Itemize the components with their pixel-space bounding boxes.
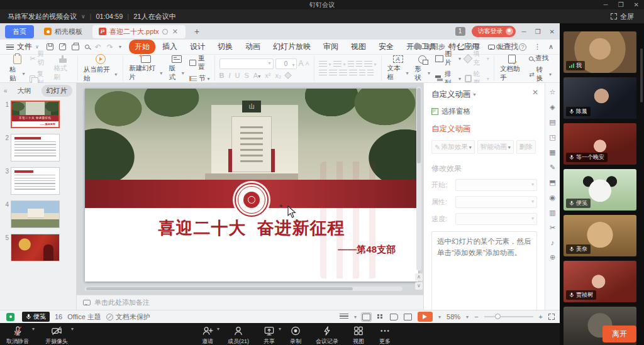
slide-title[interactable]: 喜迎二十大 奋进新征程 — [85, 217, 418, 239]
slide-thumbnail-3[interactable]: 3 — [1, 167, 74, 195]
wps-close-icon[interactable]: ✕ — [550, 28, 555, 35]
more-button[interactable]: 更多 — [379, 325, 391, 345]
font-size-select[interactable]: 0 — [275, 58, 297, 69]
chevron-down-icon[interactable]: ▾ — [71, 326, 74, 332]
camera-on-button[interactable]: ▾ 开摄像头 — [45, 325, 68, 345]
find-button-2[interactable]: 查找 — [529, 54, 552, 63]
protection-status[interactable]: 文档未保护 — [106, 312, 150, 322]
chevron-down-icon[interactable]: ▾ — [438, 314, 441, 320]
chevron-down-icon[interactable]: ▾ — [474, 92, 476, 97]
sidebar-scrollbar[interactable] — [640, 48, 643, 102]
zoom-level[interactable]: 58% — [447, 313, 460, 320]
pin-icon[interactable] — [162, 29, 168, 35]
font-color-button[interactable]: A▾ — [253, 72, 260, 79]
edit-pane-icon[interactable]: ✎ — [550, 163, 555, 172]
italic-button[interactable]: I — [228, 72, 230, 79]
slide-canvas[interactable]: 山 喜迎二十大 奋进新征程 ——第48支部 ✦ — [85, 89, 418, 282]
notes-toggle-icon[interactable] — [340, 314, 348, 320]
chevron-down-icon[interactable]: ▾ — [32, 326, 35, 332]
fill-button[interactable]: 填充▾ — [465, 50, 489, 67]
wps-minimize-icon[interactable]: ─ — [522, 28, 526, 35]
next-slide-button[interactable]: ∨ — [415, 282, 423, 290]
highlight-button[interactable] — [284, 72, 291, 79]
tab-docer[interactable]: 稻壳模板 — [38, 25, 89, 38]
video-tile[interactable]: 陈晨 — [564, 77, 636, 119]
chevron-down-icon[interactable]: ∨ — [81, 13, 86, 19]
previous-slide-button[interactable]: ∧ — [415, 273, 423, 281]
menu-animation[interactable]: 动画 — [240, 40, 266, 54]
slideshow-button[interactable] — [418, 312, 433, 322]
menu-slideshow[interactable]: 幻灯片放映 — [267, 40, 316, 54]
add-effect-button[interactable]: ✎ 添加效果 ▾ — [431, 140, 475, 154]
video-tile[interactable]: 贾祯树 — [564, 261, 636, 302]
menu-insert[interactable]: 插入 — [157, 40, 183, 54]
zoom-slider-knob[interactable] — [495, 314, 501, 319]
close-tab-icon[interactable]: ✕ — [171, 28, 179, 36]
numbered-list-icon[interactable] — [333, 61, 341, 67]
properties-icon[interactable]: ◈ — [550, 103, 555, 111]
selection-pane-button[interactable]: 选择窗格 — [431, 107, 537, 116]
tab-outline[interactable]: 大纲 — [13, 85, 36, 97]
tab-slides[interactable]: 幻灯片 — [42, 85, 72, 97]
zoom-in-icon[interactable]: + — [539, 313, 543, 320]
view-layout-button[interactable]: 视图 — [352, 325, 365, 345]
slide-thumbnail-1[interactable]: 1 喜迎二十大 奋进新征程 ——第48支部 — [1, 101, 74, 128]
superscript-button[interactable]: x² — [265, 72, 270, 79]
clip-pane-icon[interactable]: ✂ — [550, 224, 555, 232]
fit-screen-icon[interactable] — [548, 314, 555, 320]
textbox-button[interactable]: A 文本框▾ — [386, 55, 410, 82]
more-menu-icon[interactable]: ⋮ — [534, 43, 541, 51]
align-left-icon[interactable] — [319, 70, 327, 76]
chevron-down-icon[interactable]: ▾ — [279, 326, 281, 332]
slide-sorter-icon[interactable] — [376, 313, 384, 320]
maximize-icon[interactable]: ❐ — [618, 0, 624, 9]
notes-bar[interactable]: 单击此处添加备注 — [77, 295, 423, 310]
fullscreen-button[interactable]: 全屏 — [611, 12, 634, 21]
normal-view-icon[interactable] — [362, 314, 370, 320]
menu-view[interactable]: 视图 — [345, 40, 372, 54]
increase-indent-icon[interactable] — [356, 61, 362, 67]
font-family-select[interactable] — [219, 58, 274, 69]
new-slide-button[interactable]: 新建幻灯片▾ — [128, 55, 164, 82]
audio-pane-icon[interactable]: ♪ — [551, 239, 555, 246]
start-select[interactable] — [455, 179, 537, 191]
increase-font-icon[interactable]: A — [299, 59, 304, 68]
menu-security[interactable]: 安全 — [373, 40, 399, 54]
strikethrough-button[interactable]: S — [245, 72, 249, 79]
decrease-font-icon[interactable]: A — [306, 60, 309, 67]
reading-view-icon[interactable] — [390, 314, 398, 320]
bold-button[interactable]: B — [219, 72, 225, 79]
shape-pane-icon[interactable]: ⬒ — [549, 178, 555, 187]
wps-restore-icon[interactable]: ❐ — [535, 28, 541, 35]
line-spacing-icon[interactable] — [364, 61, 372, 67]
text-direction-icon[interactable] — [367, 70, 374, 76]
more-pane-icon[interactable]: ⊕ — [550, 253, 555, 261]
horizontal-scrollbar[interactable] — [85, 287, 402, 291]
chart-pane-icon[interactable]: ▥ — [549, 209, 555, 217]
format-painter-button[interactable]: 格式刷 — [52, 55, 72, 82]
pin-panel-icon[interactable]: ☆ — [550, 88, 556, 96]
slide-thumbnail-2[interactable]: 2 — [1, 134, 74, 162]
leave-meeting-button[interactable]: 离开 — [602, 326, 636, 342]
align-right-icon[interactable] — [339, 70, 347, 76]
members-button[interactable]: 成员(21) — [228, 325, 249, 345]
menu-design[interactable]: 设计 — [184, 40, 211, 54]
speed-select[interactable] — [455, 213, 537, 225]
align-center-icon[interactable] — [329, 70, 337, 76]
presenter-view-icon[interactable] — [404, 314, 412, 320]
guest-login-button[interactable]: 访客登录 — [472, 26, 516, 37]
convert-button[interactable]: ⇄转换▾ — [529, 65, 552, 83]
message-badge[interactable]: 1 — [455, 27, 465, 36]
new-tab-button[interactable]: + — [189, 26, 204, 36]
print-preview-icon[interactable] — [85, 45, 89, 49]
close-panel-icon[interactable]: ✕ — [532, 88, 538, 97]
video-tile[interactable]: 美奈 — [564, 215, 636, 256]
zoom-out-icon[interactable]: − — [474, 313, 478, 320]
close-icon[interactable]: ✕ — [634, 0, 639, 9]
section-button[interactable]: 节▾ — [189, 74, 210, 83]
undo-icon[interactable]: ↶ — [95, 43, 101, 52]
collapse-panel-icon[interactable]: « — [4, 87, 8, 94]
meeting-minutes-button[interactable]: 会议记录 — [316, 325, 338, 345]
vertical-scrollbar[interactable] — [416, 87, 421, 271]
video-tile[interactable]: 等一个晚安 — [564, 123, 636, 165]
